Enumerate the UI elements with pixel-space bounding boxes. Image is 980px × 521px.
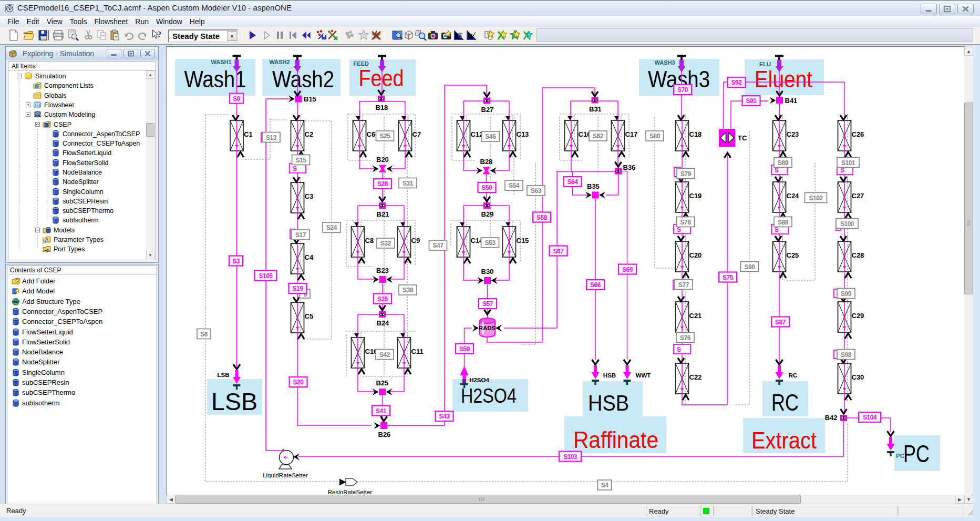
svg-text:H2SO4: H2SO4 [461,385,517,407]
svg-text:C7: C7 [412,130,421,138]
svg-text:C3: C3 [305,192,314,200]
svg-text:C2: C2 [305,130,314,138]
svg-text:C4: C4 [305,253,314,261]
svg-text:S13: S13 [266,134,277,141]
svg-text:B18: B18 [376,104,388,111]
svg-text:C5: C5 [305,312,314,320]
svg-text:C25: C25 [787,251,799,259]
svg-text:S24: S24 [326,224,337,231]
svg-text:S62: S62 [593,132,604,140]
svg-text:FEED: FEED [353,60,368,67]
svg-text:S15: S15 [296,157,307,164]
svg-text:LSB: LSB [218,372,230,378]
svg-text:RC: RC [789,372,798,379]
svg-text:S47: S47 [433,242,444,249]
svg-text:S46: S46 [486,133,497,140]
svg-text:S28: S28 [377,180,388,188]
svg-text:RC: RC [771,390,799,415]
svg-text:S20: S20 [293,379,304,386]
svg-text:S31: S31 [403,180,414,187]
svg-text:C1: C1 [244,130,253,138]
svg-text:C18: C18 [689,130,702,138]
svg-text:B31: B31 [589,105,602,113]
svg-text:S101: S101 [841,159,855,167]
svg-text:HSB: HSB [603,372,616,379]
svg-text:B26: B26 [378,431,391,438]
svg-text:B29: B29 [481,210,494,218]
svg-text:B30: B30 [481,268,494,275]
svg-text:C30: C30 [852,373,864,381]
svg-text:C28: C28 [852,251,864,259]
svg-text:S88: S88 [778,219,789,226]
svg-text:S79: S79 [680,170,692,178]
svg-text:B23: B23 [376,267,389,274]
svg-text:B21: B21 [377,210,389,218]
svg-text:WASH3: WASH3 [654,59,675,66]
svg-text:B36: B36 [623,164,636,171]
svg-text:S54: S54 [509,182,520,189]
svg-text:PC: PC [896,453,904,459]
svg-text:C24: C24 [787,192,800,200]
svg-text:S76: S76 [680,334,691,342]
svg-text:S59: S59 [459,345,470,353]
svg-text:LiquidRateSetter: LiquidRateSetter [263,472,308,478]
svg-text:S17: S17 [295,231,306,239]
svg-text:S91: S91 [746,97,757,105]
svg-text:B25: B25 [376,379,389,387]
svg-text:S66: S66 [590,281,601,289]
svg-text:C11: C11 [411,348,424,355]
svg-text:S38: S38 [403,287,414,294]
svg-text:S103: S103 [563,453,577,461]
svg-text:Wash2: Wash2 [272,66,334,92]
svg-text:B24: B24 [377,319,390,327]
svg-text:C21: C21 [689,312,702,320]
svg-text:S4: S4 [601,482,609,489]
svg-text:Raffinate: Raffinate [573,427,658,453]
svg-text:C29: C29 [852,312,864,320]
svg-text:C26: C26 [852,130,864,138]
svg-text:C6: C6 [367,130,376,138]
svg-text:B41: B41 [785,97,798,105]
svg-text:PC: PC [903,440,930,467]
svg-text:ELU: ELU [759,61,771,67]
svg-text:HSB: HSB [588,390,629,415]
svg-text:S102: S102 [809,195,823,202]
svg-text:S: S [293,165,297,172]
svg-text:TC: TC [738,134,747,142]
svg-text:S77: S77 [678,281,689,289]
svg-text:WASH1: WASH1 [211,59,231,65]
svg-text:S25: S25 [380,132,391,140]
svg-text:S0: S0 [233,95,241,103]
svg-text:S6: S6 [200,331,208,338]
svg-text:C8: C8 [365,237,374,244]
svg-text:C15: C15 [517,237,529,244]
svg-text:S104: S104 [863,414,877,421]
svg-text:S69: S69 [622,266,633,273]
svg-text:S35: S35 [377,295,388,303]
svg-text:WASH2: WASH2 [269,59,290,65]
svg-text:C22: C22 [689,373,702,381]
svg-text:S53: S53 [485,239,496,247]
svg-text:S78: S78 [680,219,692,226]
svg-text:S58: S58 [537,214,548,221]
svg-text:S87: S87 [775,319,786,326]
svg-text:S64: S64 [568,178,579,186]
svg-text:LSB: LSB [211,388,257,415]
svg-text:S100: S100 [840,220,854,228]
svg-text:S41: S41 [376,407,387,415]
svg-text:ResinRateSetter: ResinRateSetter [328,489,373,495]
svg-text:S99: S99 [841,290,852,298]
svg-text:S70: S70 [677,86,688,94]
svg-text:B15: B15 [304,95,316,103]
svg-text:B28: B28 [480,158,493,166]
svg-text:S32: S32 [380,240,391,247]
svg-text:B42: B42 [825,414,838,422]
svg-text:C20: C20 [689,251,702,259]
svg-text:S43: S43 [439,413,450,420]
svg-text:WWT: WWT [636,372,651,379]
svg-text:B27: B27 [481,106,494,114]
svg-text:S19: S19 [293,285,304,292]
svg-text:C17: C17 [625,130,638,138]
svg-text:S3: S3 [232,258,240,265]
svg-text:S90: S90 [745,263,756,271]
